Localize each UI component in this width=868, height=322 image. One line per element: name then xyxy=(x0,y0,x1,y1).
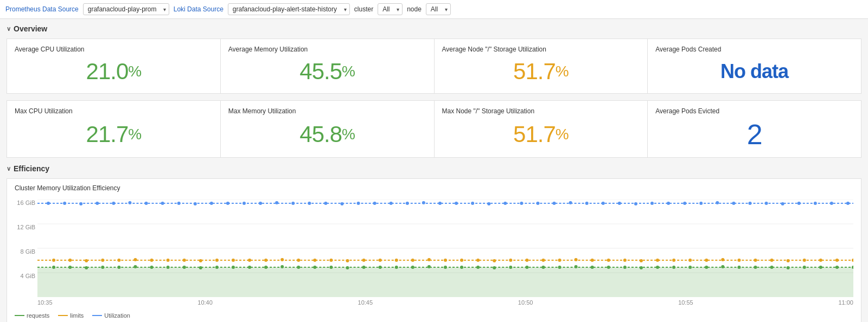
cluster-select[interactable]: All xyxy=(378,3,403,15)
svg-point-155 xyxy=(814,202,817,205)
svg-point-26 xyxy=(379,266,382,269)
svg-point-7 xyxy=(68,266,72,269)
svg-point-110 xyxy=(79,202,82,205)
legend-requests-line xyxy=(15,315,24,316)
legend-limits-line xyxy=(58,315,68,316)
svg-point-99 xyxy=(737,259,741,262)
stat-cell-max-mem: Max Memory Utilization 45.8% xyxy=(221,101,434,157)
svg-point-49 xyxy=(754,266,757,269)
svg-point-145 xyxy=(650,202,654,205)
svg-point-144 xyxy=(634,202,637,205)
svg-point-131 xyxy=(422,201,425,204)
svg-point-52 xyxy=(803,266,806,269)
svg-point-89 xyxy=(575,258,578,261)
svg-point-10 xyxy=(117,266,120,269)
svg-point-86 xyxy=(525,259,528,262)
stat-title-avg-storage: Average Node "/" Storage Utilization xyxy=(442,46,640,53)
stat-cell-max-cpu: Max CPU Utilization 21.7% xyxy=(7,101,220,157)
svg-point-135 xyxy=(487,202,490,205)
efficiency-section-label: Efficiency xyxy=(14,164,49,173)
svg-point-67 xyxy=(215,259,219,262)
svg-point-40 xyxy=(607,266,610,269)
svg-point-45 xyxy=(688,266,692,269)
svg-point-117 xyxy=(194,202,197,205)
svg-point-53 xyxy=(819,266,822,269)
svg-point-15 xyxy=(199,266,202,269)
svg-point-125 xyxy=(324,202,327,205)
svg-point-69 xyxy=(248,259,251,262)
svg-point-104 xyxy=(819,259,822,262)
svg-point-113 xyxy=(128,201,131,204)
loki-select-wrapper[interactable]: grafanacloud-play-alert-state-history xyxy=(228,3,350,15)
chart-area: 16 GiB 12 GiB 8 GiB 4 GiB xyxy=(15,199,853,308)
svg-point-73 xyxy=(313,259,316,262)
svg-point-81 xyxy=(444,259,447,262)
svg-point-112 xyxy=(112,202,115,205)
svg-point-22 xyxy=(313,266,316,269)
toolbar: Prometheus Data Source grafanacloud-play… xyxy=(0,0,868,19)
overview-section-header[interactable]: ∨ Overview xyxy=(7,24,861,33)
svg-point-85 xyxy=(509,259,512,262)
svg-point-82 xyxy=(460,259,463,262)
svg-point-91 xyxy=(607,259,610,262)
svg-point-50 xyxy=(770,266,774,269)
node-select-wrapper[interactable]: All xyxy=(426,3,451,15)
svg-point-88 xyxy=(558,259,561,262)
svg-point-83 xyxy=(476,259,480,262)
svg-point-124 xyxy=(308,202,311,205)
stat-value-avg-storage: 51.7% xyxy=(442,56,640,87)
stat-cell-avg-cpu: Average CPU Utilization 21.0% xyxy=(7,39,220,93)
chart-svg xyxy=(37,199,853,297)
svg-point-60 xyxy=(101,259,104,262)
svg-point-65 xyxy=(183,259,186,262)
svg-point-106 xyxy=(852,259,853,262)
chart-section: Cluster Memory Utilization Efficiency 16… xyxy=(7,178,861,322)
prometheus-select-wrapper[interactable]: grafanacloud-play-prom xyxy=(83,3,169,15)
svg-point-95 xyxy=(672,259,675,262)
node-select[interactable]: All xyxy=(426,3,451,15)
svg-point-68 xyxy=(232,259,235,262)
svg-point-90 xyxy=(591,259,594,262)
svg-point-98 xyxy=(721,258,724,261)
svg-point-108 xyxy=(47,202,50,205)
svg-point-93 xyxy=(640,259,643,262)
svg-point-75 xyxy=(346,259,349,262)
efficiency-section-header[interactable]: ∨ Efficiency xyxy=(7,164,861,173)
stat-title-avg-mem: Average Memory Utilization xyxy=(228,46,426,53)
prometheus-label: Prometheus Data Source xyxy=(5,5,79,13)
svg-point-127 xyxy=(357,202,360,205)
cluster-select-wrapper[interactable]: All xyxy=(378,3,403,15)
svg-point-11 xyxy=(133,265,137,268)
svg-point-109 xyxy=(63,202,66,205)
svg-point-97 xyxy=(705,259,708,262)
chart-title: Cluster Memory Utilization Efficiency xyxy=(15,184,853,192)
legend-utilization-label: Utilization xyxy=(104,312,130,319)
stat-cell-avg-storage: Average Node "/" Storage Utilization 51.… xyxy=(435,39,648,93)
svg-point-157 xyxy=(846,202,850,205)
overview-section-label: Overview xyxy=(14,24,47,33)
stat-cell-avg-mem: Average Memory Utilization 45.5% xyxy=(221,39,434,93)
x-label-1045: 10:45 xyxy=(358,299,373,306)
y-axis: 16 GiB 12 GiB 8 GiB 4 GiB xyxy=(15,199,37,297)
svg-point-115 xyxy=(161,202,164,205)
svg-point-80 xyxy=(427,258,431,261)
svg-point-58 xyxy=(68,259,72,262)
chart-legend: requests limits Utilization xyxy=(15,312,853,319)
legend-limits-label: limits xyxy=(70,312,84,319)
svg-marker-4 xyxy=(37,267,853,297)
svg-point-92 xyxy=(623,259,627,262)
svg-point-121 xyxy=(259,202,262,205)
svg-point-101 xyxy=(770,259,774,262)
prometheus-select[interactable]: grafanacloud-play-prom xyxy=(83,3,169,15)
loki-select[interactable]: grafanacloud-play-alert-state-history xyxy=(228,3,350,15)
x-label-1035: 10:35 xyxy=(37,299,53,306)
svg-point-152 xyxy=(765,202,768,205)
svg-point-19 xyxy=(264,266,267,269)
svg-point-9 xyxy=(101,266,104,269)
svg-point-111 xyxy=(95,202,99,205)
svg-point-24 xyxy=(346,266,349,269)
legend-utilization-line xyxy=(92,315,102,316)
stat-title-max-mem: Max Memory Utilization xyxy=(228,107,426,115)
svg-point-77 xyxy=(379,259,382,262)
svg-point-149 xyxy=(716,201,719,204)
